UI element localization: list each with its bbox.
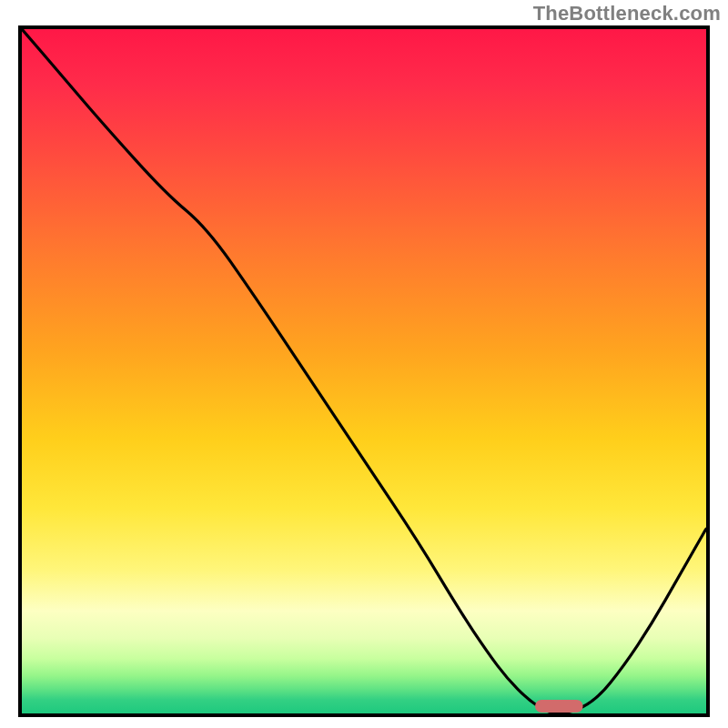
chart-container: TheBottleneck.com xyxy=(0,0,728,728)
bottleneck-curve xyxy=(22,29,706,713)
watermark-text: TheBottleneck.com xyxy=(533,2,721,25)
optimal-point-marker xyxy=(535,700,583,713)
plot-area xyxy=(18,25,710,717)
curve-layer xyxy=(22,29,706,713)
